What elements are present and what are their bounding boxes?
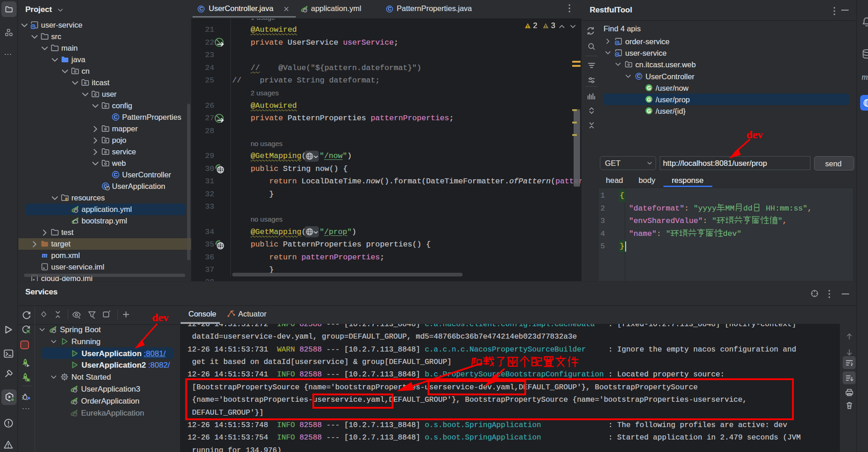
svg-text:C: C: [114, 172, 117, 177]
svg-text:G: G: [647, 97, 651, 102]
svg-text:G: G: [647, 85, 651, 91]
svg-text:G: G: [647, 108, 651, 114]
svg-text:m: m: [42, 251, 47, 259]
svg-text:C: C: [114, 114, 117, 120]
svg-text:C: C: [388, 6, 392, 12]
svg-text:C: C: [199, 6, 203, 12]
svg-text:C: C: [637, 73, 641, 79]
